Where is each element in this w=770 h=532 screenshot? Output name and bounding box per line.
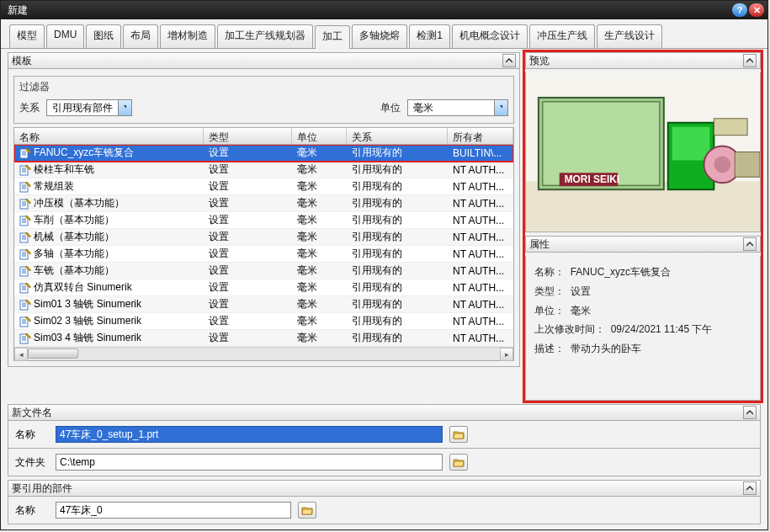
horizontal-scrollbar[interactable]: ◂ ▸ [14,347,513,360]
newfile-folder-input[interactable] [56,454,443,471]
tab-3[interactable]: 布局 [123,24,158,48]
preview-section-header: 预览 [525,52,761,69]
new-dialog: 新建 ? ✕ 模型DMU图纸布局增材制造加工生产线规划器加工多轴烧熔检测1机电概… [0,0,768,530]
row-name: 机械（基本功能） [34,230,114,244]
col-name[interactable]: 名称 [14,128,204,144]
titlebar-title: 新建 [4,3,730,18]
tab-1[interactable]: DMU [46,24,84,48]
newfile-collapse-button[interactable] [743,406,757,419]
table-body[interactable]: FANUC_xyzc车铣复合设置毫米引用现有的BUILTIN\...棱柱车和车铣… [14,145,513,347]
properties-collapse-button[interactable] [743,237,757,251]
properties-section-header: 属性 [525,236,761,253]
scroll-right-button[interactable]: ▸ [500,348,513,361]
chevron-down-icon [494,100,507,115]
tab-9[interactable]: 机电概念设计 [452,24,528,48]
svg-rect-23 [714,119,747,136]
col-type[interactable]: 类型 [204,128,292,144]
row-name: Sim02 3 轴铣 Sinumerik [34,314,141,328]
col-owner[interactable]: 所有者 [448,128,513,144]
template-collapse-button[interactable] [502,54,516,67]
svg-point-21 [714,156,730,173]
unit-combo[interactable]: 毫米 [407,99,508,116]
row-name: 仿真双转台 Sinumerik [34,280,132,295]
table-header: 名称 类型 单位 关系 所有者 [14,128,513,145]
table-row[interactable]: 机械（基本功能）设置毫米引用现有的NT AUTH... [14,229,513,246]
titlebar: 新建 ? ✕ [1,1,767,19]
browse-name-button[interactable] [449,426,468,443]
newfile-section-header: 新文件名 [8,404,761,421]
row-name: FANUC_xyzc车铣复合 [34,146,134,160]
folder-icon [453,429,465,439]
table-row[interactable]: Sim02 3 轴铣 Sinumerik设置毫米引用现有的NT AUTH... [14,313,513,330]
row-name: Sim01 3 轴铣 Sinumerik [34,297,141,311]
tab-6[interactable]: 加工 [315,25,350,49]
tab-0[interactable]: 模型 [9,24,45,48]
tab-4[interactable]: 增材制造 [160,24,215,48]
tab-bar: 模型DMU图纸布局增材制造加工生产线规划器加工多轴烧熔检测1机电概念设计冲压生产… [1,19,767,49]
unit-label: 单位 [380,101,401,115]
scroll-left-button[interactable]: ◂ [14,348,28,361]
table-row[interactable]: FANUC_xyzc车铣复合设置毫米引用现有的BUILTIN\... [14,145,513,162]
template-section-header: 模板 [8,52,520,69]
newfile-name-label: 名称 [15,428,49,442]
tab-5[interactable]: 加工生产线规划器 [217,24,313,48]
newfile-name-input[interactable] [56,426,443,443]
folder-icon [453,457,465,467]
svg-rect-17 [672,127,710,161]
preview-collapse-button[interactable] [743,54,757,67]
scroll-thumb[interactable] [28,348,78,359]
table-row[interactable]: Sim03 4 轴铣 Sinumerik设置毫米引用现有的NT AUTH... [14,330,513,347]
row-name: 常规组装 [34,179,74,194]
refpart-collapse-button[interactable] [743,481,757,495]
template-table: 名称 类型 单位 关系 所有者 FANUC_xyzc车铣复合设置毫米引用现有的B… [13,127,514,361]
browse-folder-button[interactable] [449,454,468,471]
relation-combo[interactable]: 引用现有部件 [46,99,132,116]
preview-image: MORI SEIKI [525,72,761,232]
folder-icon [301,505,313,515]
table-row[interactable]: 棱柱车和车铣设置毫米引用现有的NT AUTH... [14,162,513,178]
help-button[interactable]: ? [732,3,747,17]
row-name: 车铣（基本功能） [34,263,114,278]
row-name: 棱柱车和车铣 [34,162,94,177]
tab-2[interactable]: 图纸 [86,24,121,48]
filter-title: 过滤器 [14,77,513,96]
col-relation[interactable]: 关系 [347,128,448,144]
close-button[interactable]: ✕ [749,3,764,17]
properties-panel: 名称： FANUC_xyzc车铣复合 类型： 设置 单位： 毫米 上次修改时间：… [525,256,761,401]
col-unit[interactable]: 单位 [292,128,347,144]
tab-10[interactable]: 冲压生产线 [529,24,595,48]
table-row[interactable]: 冲压模（基本功能）设置毫米引用现有的NT AUTH... [14,195,513,212]
table-row[interactable]: Sim01 3 轴铣 Sinumerik设置毫米引用现有的NT AUTH... [14,296,513,313]
table-row[interactable]: 车铣（基本功能）设置毫米引用现有的NT AUTH... [14,263,513,279]
refpart-name-label: 名称 [15,503,49,518]
svg-rect-22 [735,152,760,178]
table-row[interactable]: 常规组装设置毫米引用现有的NT AUTH... [14,178,513,195]
tab-8[interactable]: 检测1 [409,24,450,48]
refpart-name-input[interactable] [56,502,291,519]
chevron-down-icon [118,100,131,115]
relation-label: 关系 [19,101,40,115]
refpart-section-header: 要引用的部件 [8,480,761,497]
table-row[interactable]: 仿真双转台 Sinumerik设置毫米引用现有的NT AUTH... [14,279,513,296]
tab-7[interactable]: 多轴烧熔 [352,24,407,48]
newfile-folder-label: 文件夹 [15,455,49,470]
row-name: 车削（基本功能） [34,213,114,227]
table-row[interactable]: 多轴（基本功能）设置毫米引用现有的NT AUTH... [14,246,513,263]
svg-text:MORI SEIKI: MORI SEIKI [565,173,620,185]
row-name: 多轴（基本功能） [34,247,114,261]
row-name: Sim03 4 轴铣 Sinumerik [34,331,141,345]
table-row[interactable]: 车削（基本功能）设置毫米引用现有的NT AUTH... [14,212,513,229]
tab-11[interactable]: 生产线设计 [597,24,662,48]
browse-refpart-button[interactable] [298,502,316,519]
row-name: 冲压模（基本功能） [34,196,125,210]
